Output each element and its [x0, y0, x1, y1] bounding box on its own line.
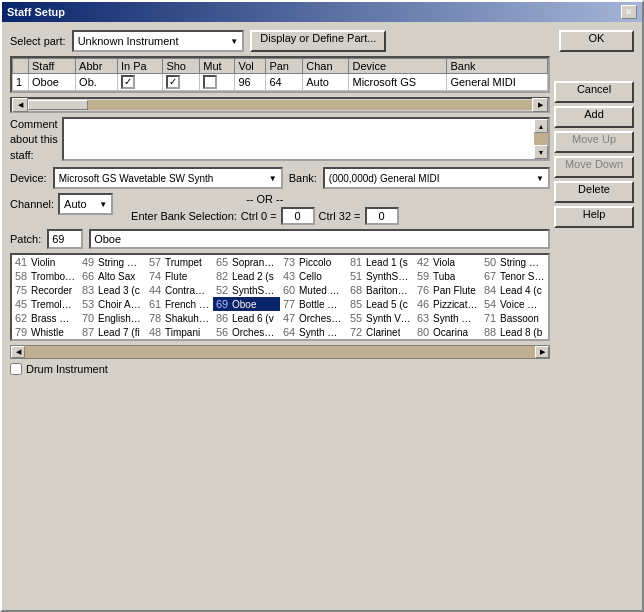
instrument-cell-44[interactable]: 44Contrabass: [146, 283, 213, 297]
table-row[interactable]: 1 Oboe Ob. 96 64 Auto Microsoft GS Ge: [13, 74, 548, 91]
instrument-cell-65[interactable]: 65Soprano Sax: [213, 255, 280, 269]
cancel-button[interactable]: Cancel: [554, 81, 634, 103]
grid-h-scrollbar[interactable]: ◀ ▶: [10, 345, 550, 359]
instrument-cell-58[interactable]: 58Trombone: [12, 269, 79, 283]
instrument-cell-67[interactable]: 67Tenor Sax: [481, 269, 548, 283]
bank-dropdown[interactable]: (000,000d) General MIDI ▼: [323, 167, 550, 189]
instrument-cell-64[interactable]: 64Synth Brass: [280, 325, 347, 339]
instrument-cell-70[interactable]: 70English Horn: [79, 311, 146, 325]
instrument-cell-43[interactable]: 43Cello: [280, 269, 347, 283]
sho-check[interactable]: [166, 75, 180, 89]
inst-name: Viola: [433, 257, 455, 268]
instrument-cell-55[interactable]: 55Synth Voice: [347, 311, 414, 325]
comment-scroll-down[interactable]: ▼: [534, 145, 548, 159]
instrument-cell-81[interactable]: 81Lead 1 (s: [347, 255, 414, 269]
inst-num: 47: [283, 312, 297, 324]
inst-num: 83: [82, 284, 96, 296]
instrument-cell-62[interactable]: 62Brass Sectio: [12, 311, 79, 325]
instrument-cell-72[interactable]: 72Clarinet: [347, 325, 414, 339]
instrument-cell-71[interactable]: 71Bassoon: [481, 311, 548, 325]
comment-scroll-up[interactable]: ▲: [534, 119, 548, 133]
patch-name-display: Oboe: [89, 229, 550, 249]
instrument-cell-60[interactable]: 60Muted Trump: [280, 283, 347, 297]
inst-name: Synth Brass: [433, 313, 478, 324]
select-part-dropdown[interactable]: Unknown Instrument ▼: [72, 30, 245, 52]
h-scroll-right[interactable]: ▶: [532, 98, 548, 112]
move-up-button: Move Up: [554, 131, 634, 153]
instrument-cell-41[interactable]: 41Violin: [12, 255, 79, 269]
inst-name: SynthStrings: [232, 285, 277, 296]
instrument-cell-80[interactable]: 80Ocarina: [414, 325, 481, 339]
instrument-cell-51[interactable]: 51SynthStrings: [347, 269, 414, 283]
ok-button[interactable]: OK: [559, 30, 634, 52]
instrument-cell-75[interactable]: 75Recorder: [12, 283, 79, 297]
instrument-cell-54[interactable]: 54Voice Oohs: [481, 297, 548, 311]
add-button[interactable]: Add: [554, 106, 634, 128]
instrument-cell-49[interactable]: 49String Ensem: [79, 255, 146, 269]
grid-scroll-right[interactable]: ▶: [535, 346, 549, 358]
inst-name: Cello: [299, 271, 322, 282]
instrument-cell-88[interactable]: 88Lead 8 (b: [481, 325, 548, 339]
comment-vscroll[interactable]: ▲ ▼: [534, 119, 548, 159]
patch-num-input[interactable]: [47, 229, 83, 249]
inst-num: 55: [350, 312, 364, 324]
instrument-cell-77[interactable]: 77Bottle Blow: [280, 297, 347, 311]
instrument-cell-48[interactable]: 48Timpani: [146, 325, 213, 339]
ctrl0-input[interactable]: [281, 207, 315, 225]
row-abbr: Ob.: [76, 74, 118, 91]
instrument-cell-57[interactable]: 57Trumpet: [146, 255, 213, 269]
instrument-cell-79[interactable]: 79Whistle: [12, 325, 79, 339]
inst-num: 56: [216, 326, 230, 338]
right-button-panel: Cancel Add Move Up Move Down Delete Help: [554, 56, 634, 375]
define-part-button[interactable]: Display or Define Part...: [250, 30, 386, 52]
instrument-cell-59[interactable]: 59Tuba: [414, 269, 481, 283]
grid-scroll-track[interactable]: [25, 346, 535, 358]
device-dropdown[interactable]: Microsoft GS Wavetable SW Synth ▼: [53, 167, 283, 189]
window-title: Staff Setup: [7, 6, 65, 18]
instrument-cell-73[interactable]: 73Piccolo: [280, 255, 347, 269]
inpa-check[interactable]: [121, 75, 135, 89]
help-button[interactable]: Help: [554, 206, 634, 228]
instrument-cell-78[interactable]: 78Shakuhachi: [146, 311, 213, 325]
delete-button[interactable]: Delete: [554, 181, 634, 203]
h-scroll-left[interactable]: ◀: [12, 98, 28, 112]
instrument-cell-63[interactable]: 63Synth Brass: [414, 311, 481, 325]
grid-scroll-left[interactable]: ◀: [11, 346, 25, 358]
drum-checkbox[interactable]: [10, 363, 22, 375]
inst-name: String Ensem: [500, 257, 545, 268]
instrument-cell-61[interactable]: 61French Horn: [146, 297, 213, 311]
inst-name: Alto Sax: [98, 271, 135, 282]
instrument-cell-85[interactable]: 85Lead 5 (c: [347, 297, 414, 311]
instrument-cell-45[interactable]: 45Tremolo Strin: [12, 297, 79, 311]
instrument-cell-68[interactable]: 68Baritone Sax: [347, 283, 414, 297]
instrument-cell-50[interactable]: 50String Ensem: [481, 255, 548, 269]
h-scroll-track[interactable]: [28, 100, 532, 110]
staff-table-container: Staff Abbr In Pa Sho Mut Vol Pan Chan De…: [10, 56, 550, 93]
inst-num: 81: [350, 256, 364, 268]
instrument-cell-42[interactable]: 42Viola: [414, 255, 481, 269]
instrument-cell-86[interactable]: 86Lead 6 (v: [213, 311, 280, 325]
inst-num: 73: [283, 256, 297, 268]
instrument-cell-52[interactable]: 52SynthStrings: [213, 283, 280, 297]
instrument-cell-87[interactable]: 87Lead 7 (fi: [79, 325, 146, 339]
h-scroll-thumb[interactable]: [28, 100, 88, 110]
instrument-cell-56[interactable]: 56Orchestra Hit: [213, 325, 280, 339]
instrument-cell-66[interactable]: 66Alto Sax: [79, 269, 146, 283]
comment-box[interactable]: ▲ ▼: [62, 117, 550, 161]
inst-num: 67: [484, 270, 498, 282]
instrument-cell-69[interactable]: 69Oboe: [213, 297, 280, 311]
instrument-cell-74[interactable]: 74Flute: [146, 269, 213, 283]
instrument-cell-84[interactable]: 84Lead 4 (c: [481, 283, 548, 297]
instrument-cell-47[interactable]: 47Orchestral H: [280, 311, 347, 325]
instrument-cell-53[interactable]: 53Choir Aahs: [79, 297, 146, 311]
inst-num: 84: [484, 284, 498, 296]
channel-dropdown[interactable]: Auto ▼: [58, 193, 113, 215]
ctrl32-input[interactable]: [365, 207, 399, 225]
h-scrollbar[interactable]: ◀ ▶: [10, 97, 550, 113]
close-button[interactable]: ✕: [621, 5, 637, 19]
instrument-cell-46[interactable]: 46Pizzicato Stri: [414, 297, 481, 311]
instrument-cell-82[interactable]: 82Lead 2 (s: [213, 269, 280, 283]
instrument-cell-76[interactable]: 76Pan Flute: [414, 283, 481, 297]
instrument-cell-83[interactable]: 83Lead 3 (c: [79, 283, 146, 297]
mut-check[interactable]: [203, 75, 217, 89]
